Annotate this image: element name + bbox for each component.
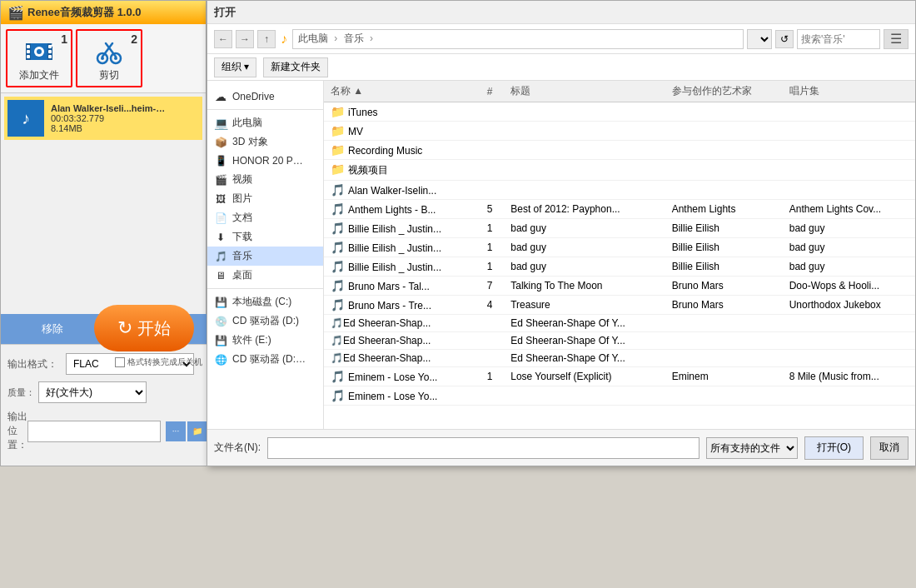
table-row[interactable]: 📁MV [324,122,915,141]
output-panel: 输出格式： FLAC 质量： 好(文件大) 输出位置： C:\Users\edi… [1,344,207,466]
sidebar-item-documents[interactable]: 📄 文档 [207,208,323,227]
cell-num: 1 [480,257,505,277]
cell-title: Best of 2012: Payphon... [504,200,665,219]
sidebar-label: 音乐 [232,249,252,263]
table-row[interactable]: 🎵Eminem - Lose Yo... 1 Lose Yourself (Ex… [324,367,915,386]
sidebar-item-honor[interactable]: 📱 HONOR 20 PR... [207,152,323,170]
cell-name: 🎵Anthem Lights - B... [324,200,480,219]
cell-album [783,350,915,367]
search-input[interactable] [797,29,880,49]
scissors-icon [92,35,126,68]
col-artist: 参与创作的艺术家 [665,81,783,102]
breadcrumb-dropdown[interactable] [747,29,772,49]
start-button[interactable]: ↻ 开始 [94,305,194,351]
table-row[interactable]: 🎵Ed Sheeran-Shap... Ed Sheeran-Shape Of … [324,350,915,367]
table-row[interactable]: 📁Recording Music [324,141,915,160]
table-row[interactable]: 🎵Billie Eilish _ Justin... 1 bad guy Bil… [324,257,915,277]
cell-name: 🎵Alan Walker-Iselin... [324,181,480,200]
auto-shutdown-checkbox[interactable] [115,357,125,367]
sidebar-item-3dobject[interactable]: 📦 3D 对象 [207,132,323,152]
filetype-select[interactable]: 所有支持的文件 [706,437,798,459]
add-file-button[interactable]: 1 + [6,29,72,87]
back-button[interactable]: ← [214,30,232,48]
file-name: Alan Walker-Iseli...heim-Faded... [51,103,167,113]
sidebar-label: 图片 [232,192,252,206]
sidebar-item-onedrive[interactable]: ☁ OneDrive [207,87,323,106]
cell-album [783,122,915,141]
svg-text:+: + [50,42,54,49]
sidebar-item-drive-e[interactable]: 💾 软件 (E:) [207,331,323,350]
sidebar-item-drive-c[interactable]: 💾 本地磁盘 (C:) [207,292,323,311]
start-label: 开始 [137,317,171,340]
cell-album [783,332,915,350]
sidebar-label: HONOR 20 PR... [232,155,307,167]
cell-num [480,332,505,350]
cell-album [783,315,915,332]
view-toggle-button[interactable]: ☰ [884,29,909,49]
cell-title [504,386,665,406]
list-item[interactable]: ♪ Alan Walker-Iseli...heim-Faded... 00:0… [4,97,202,140]
sidebar-item-pc[interactable]: 💻 此电脑 [207,113,323,132]
audio-file-icon: 🎵 [331,279,345,292]
table-row[interactable]: 🎵Billie Eilish _ Justin... 1 bad guy Bil… [324,238,915,257]
path-folder-button[interactable]: 📁 [187,421,207,441]
organize-button[interactable]: 组织 ▾ [214,57,256,77]
table-row[interactable]: 🎵Anthem Lights - B... 5 Best of 2012: Pa… [324,200,915,219]
cell-artist: Bruno Mars [665,296,783,315]
table-row[interactable]: 📁iTunes [324,102,915,122]
cut-button[interactable]: 2 剪切 [76,29,142,87]
sidebar-label: CD 驱动器 (D:) H ▾ [232,352,307,366]
table-row[interactable]: 🎵Bruno Mars - Tre... 4 Treasure Bruno Ma… [324,296,915,315]
path-row: 输出位置： C:\Users\editor\Music\ ··· 📁 [7,410,201,452]
sidebar-item-downloads[interactable]: ⬇ 下载 [207,227,323,247]
sidebar-item-video[interactable]: 🎬 视频 [207,170,323,189]
cell-num: 1 [480,367,505,386]
cell-artist: Bruno Mars [665,277,783,296]
table-row[interactable]: 📁视频项目 [324,160,915,181]
cell-title: Treasure [504,296,665,315]
cell-num [480,181,505,200]
file-size: 8.14MB [51,123,167,133]
file-dialog: 打开 ← → ↑ ♪ 此电脑 › 音乐 › ↺ ☰ 组织 ▾ [207,0,916,466]
sidebar-label: 此电脑 [232,116,262,130]
sidebar-item-pictures[interactable]: 🖼 图片 [207,189,323,208]
sidebar-item-drive-cd[interactable]: 💿 CD 驱动器 (D:) [207,311,323,331]
table-row[interactable]: 🎵Eminem - Lose Yo... [324,386,915,406]
cell-album [783,181,915,200]
new-folder-button[interactable]: 新建文件夹 [263,57,328,77]
open-button[interactable]: 打开(O) [804,436,864,460]
cell-title: Ed Sheeran-Shape Of Y... [504,350,665,367]
remove-button[interactable]: 移除 [1,314,104,344]
cancel-button[interactable]: 取消 [870,436,909,460]
sidebar-label: OneDrive [232,91,275,102]
phone-icon: 📱 [214,154,227,167]
svg-rect-4 [27,50,30,53]
drive-cd-icon: 💿 [214,315,227,328]
cell-name: 📁iTunes [324,102,480,122]
filename-input[interactable] [267,437,699,459]
cell-num [480,160,505,181]
path-input[interactable]: C:\Users\editor\Music\ [27,421,161,442]
cell-artist: Eminem [665,367,783,386]
table-row[interactable]: 🎵Bruno Mars - Tal... 7 Talking To The Mo… [324,277,915,296]
start-section: ↻ 开始 格式转换完成后关机 [115,353,202,368]
cell-num [480,122,505,141]
table-row[interactable]: 🎵Billie Eilish _ Justin... 1 bad guy Bil… [324,219,915,238]
refresh-button[interactable]: ↺ [775,30,794,48]
table-row[interactable]: 🎵Ed Sheeran-Shap... Ed Sheeran-Shape Of … [324,332,915,350]
path-dots-button[interactable]: ··· [166,421,186,441]
sidebar-item-desktop[interactable]: 🖥 桌面 [207,266,323,285]
table-row[interactable]: 🎵Ed Sheeran-Shap... Ed Sheeran-Shape Of … [324,315,915,332]
path-buttons: ··· 📁 [164,421,207,441]
sidebar-item-music[interactable]: 🎵 音乐 [207,247,323,266]
forward-button[interactable]: → [236,30,254,48]
audio-file-icon: 🎵 [331,260,345,273]
file-table-container[interactable]: 名称 ▲ # 标题 参与创作的艺术家 唱片集 📁iTunes 📁MV [324,81,915,429]
sidebar-label: 3D 对象 [232,135,268,149]
left-panel: 🎬 Renee音频裁剪器 1.0.0 1 [0,0,207,466]
format-label: 输出格式： [7,357,66,371]
quality-select[interactable]: 好(文件大) [38,381,147,403]
up-button[interactable]: ↑ [257,30,276,48]
sidebar-item-drive-d2[interactable]: 🌐 CD 驱动器 (D:) H ▾ [207,350,323,369]
table-row[interactable]: 🎵Alan Walker-Iselin... [324,181,915,200]
